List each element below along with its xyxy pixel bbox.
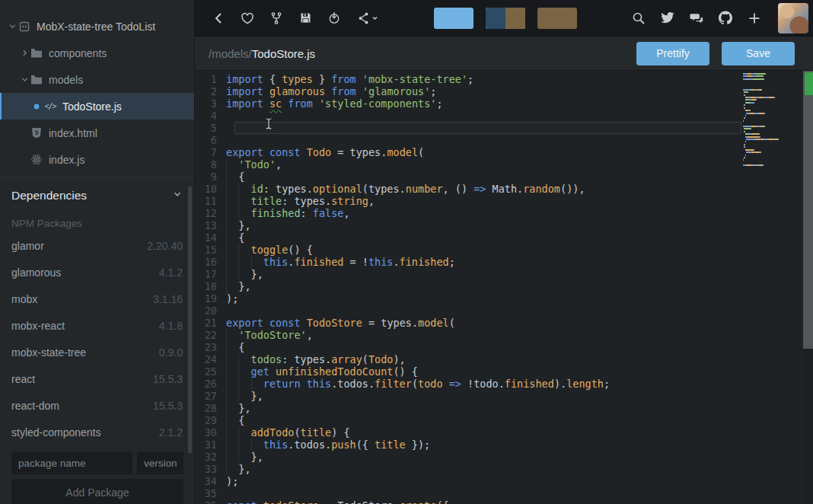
code-line-17[interactable]: 17}, bbox=[195, 268, 813, 280]
github-icon[interactable] bbox=[719, 11, 732, 25]
code-line-18[interactable]: 18}, bbox=[195, 280, 813, 292]
code-line-31[interactable]: 31this.todos.push({ title }); bbox=[195, 439, 813, 451]
code-line-22[interactable]: 22'TodoStore', bbox=[195, 329, 813, 341]
code-line-27[interactable]: 27}, bbox=[195, 390, 813, 402]
line-number: 2 bbox=[195, 85, 226, 97]
code-line-33[interactable]: 33}, bbox=[195, 463, 813, 475]
file-label: index.html bbox=[49, 127, 97, 139]
dependency-list: glamor2.20.40glamorous4.1.2mobx3.1.16mob… bbox=[0, 232, 194, 445]
dependency-row-glamor[interactable]: glamor2.20.40 bbox=[0, 232, 194, 259]
code-line-34[interactable]: 34); bbox=[195, 475, 813, 487]
sidebar-scrollbar-thumb[interactable] bbox=[188, 187, 192, 453]
dependency-row-glamorous[interactable]: glamorous4.1.2 bbox=[0, 259, 194, 285]
code-line-29[interactable]: 29{ bbox=[195, 414, 813, 426]
code-line-36[interactable]: 36const todoStore = TodoStore.create({ bbox=[195, 499, 813, 504]
toolbar-left-group bbox=[195, 11, 387, 25]
code-editor[interactable]: 1import { types } from 'mobx-state-tree'… bbox=[195, 71, 813, 504]
code-line-9[interactable]: 9{ bbox=[195, 171, 813, 183]
share-icon[interactable] bbox=[356, 11, 379, 25]
line-number: 28 bbox=[195, 402, 226, 414]
code-line-10[interactable]: 10id: types.optional(types.number, () =>… bbox=[195, 183, 813, 195]
code-line-23[interactable]: 23{ bbox=[195, 341, 813, 353]
code-line-20[interactable]: 20 bbox=[195, 305, 813, 317]
feedback-chat-icon[interactable] bbox=[690, 11, 703, 25]
dependency-row-mobx-react[interactable]: mobx-react4.1.8 bbox=[0, 312, 194, 339]
code-line-35[interactable]: 35 bbox=[195, 487, 813, 499]
dependency-row-mobx-state-tree[interactable]: mobx-state-tree0.9.0 bbox=[0, 339, 194, 365]
code-line-2[interactable]: 2import glamorous from 'glamorous'; bbox=[195, 85, 813, 97]
preview-view-button[interactable] bbox=[537, 8, 577, 29]
fork-icon[interactable] bbox=[269, 11, 283, 25]
tree-item-index-js[interactable]: index.js bbox=[0, 146, 194, 173]
new-sandbox-plus-icon[interactable] bbox=[748, 11, 761, 25]
project-file-icon bbox=[18, 21, 30, 33]
code-line-19[interactable]: 19); bbox=[195, 292, 813, 305]
code-line-28[interactable]: 28}, bbox=[195, 402, 813, 414]
react-file-icon bbox=[30, 154, 43, 166]
open-file-dot bbox=[30, 100, 43, 113]
code-line-11[interactable]: 11title: types.string, bbox=[195, 195, 813, 207]
version-input[interactable] bbox=[137, 451, 183, 474]
dependency-row-mobx[interactable]: mobx3.1.16 bbox=[0, 285, 194, 312]
file-label: TodoStore.js bbox=[62, 100, 122, 113]
line-number: 10 bbox=[195, 183, 226, 195]
main-area: /models/TodoStore.js Prettify Save 1impo… bbox=[195, 0, 813, 504]
code-lines[interactable]: 1import { types } from 'mobx-state-tree'… bbox=[195, 71, 813, 504]
twitter-icon[interactable] bbox=[661, 11, 674, 25]
package-name-input[interactable] bbox=[11, 451, 132, 474]
code-line-8[interactable]: 8'Todo', bbox=[195, 158, 813, 171]
search-icon[interactable] bbox=[632, 11, 646, 25]
code-line-13[interactable]: 13}, bbox=[195, 219, 813, 231]
tree-item-index-html[interactable]: 5index.html bbox=[0, 120, 194, 146]
code-line-1[interactable]: 1import { types } from 'mobx-state-tree'… bbox=[195, 73, 813, 85]
tree-item-components[interactable]: components bbox=[0, 40, 194, 66]
code-line-7[interactable]: 7export const Todo = types.model( bbox=[195, 146, 813, 158]
line-number: 1 bbox=[195, 73, 226, 85]
html-file-icon: 5 bbox=[30, 127, 43, 139]
code-line-24[interactable]: 24todos: types.array(Todo), bbox=[195, 353, 813, 365]
add-package-button[interactable]: Add Package bbox=[11, 479, 183, 504]
editor-view-button[interactable] bbox=[434, 8, 473, 29]
dependency-row-styled-components[interactable]: styled-components2.1.2 bbox=[0, 419, 194, 445]
dependency-row-react-dom[interactable]: react-dom15.5.3 bbox=[0, 392, 194, 419]
editor-scrollbar-track[interactable] bbox=[803, 71, 813, 504]
line-number: 3 bbox=[195, 97, 226, 110]
save-button[interactable]: Save bbox=[722, 42, 795, 65]
tree-item-models[interactable]: models bbox=[0, 66, 194, 93]
code-line-32[interactable]: 32}, bbox=[195, 451, 813, 463]
tree-item-mobx-state-tree-todolist[interactable]: MobX-state-tree TodoList bbox=[0, 13, 194, 40]
dependency-row-react[interactable]: react15.5.3 bbox=[0, 365, 194, 392]
code-line-6[interactable]: 6 bbox=[195, 134, 813, 146]
dependencies-header[interactable]: Dependencies bbox=[0, 178, 194, 209]
code-line-16[interactable]: 16this.finished = !this.finished; bbox=[195, 256, 813, 268]
line-number: 13 bbox=[195, 219, 226, 231]
line-number: 7 bbox=[195, 146, 226, 158]
like-heart-icon[interactable] bbox=[241, 11, 254, 25]
code-line-5[interactable]: 5 bbox=[195, 122, 813, 134]
code-line-4[interactable]: 4 bbox=[195, 110, 813, 122]
dependency-name: glamorous bbox=[11, 266, 61, 279]
dependency-name: mobx bbox=[11, 293, 37, 305]
code-line-3[interactable]: 3import sc from 'styled-components'; bbox=[195, 97, 813, 110]
code-line-26[interactable]: 26return this.todos.filter(todo => !todo… bbox=[195, 378, 813, 390]
minimap[interactable] bbox=[743, 73, 792, 167]
code-file-icon: </> bbox=[44, 100, 56, 113]
prettify-button[interactable]: Prettify bbox=[636, 42, 709, 65]
code-line-25[interactable]: 25get unfinishedTodoCount() { bbox=[195, 365, 813, 378]
code-line-21[interactable]: 21export const TodoStore = types.model( bbox=[195, 317, 813, 329]
view-mode-buttons bbox=[434, 8, 577, 29]
dependency-version: 15.5.3 bbox=[153, 400, 183, 412]
back-button[interactable] bbox=[212, 11, 225, 25]
save-icon[interactable] bbox=[298, 11, 312, 25]
user-avatar[interactable] bbox=[778, 3, 808, 33]
code-line-12[interactable]: 12finished: false, bbox=[195, 207, 813, 219]
download-icon[interactable] bbox=[327, 11, 341, 25]
dependency-name: react bbox=[11, 373, 35, 385]
code-line-15[interactable]: 15toggle() { bbox=[195, 244, 813, 256]
code-line-30[interactable]: 30addTodo(title) { bbox=[195, 426, 813, 439]
split-view-button[interactable] bbox=[486, 8, 525, 29]
editor-scrollbar-thumb[interactable] bbox=[803, 71, 813, 349]
tree-item-todostore-js[interactable]: </>TodoStore.js bbox=[0, 93, 194, 120]
top-toolbar bbox=[195, 0, 813, 37]
code-line-14[interactable]: 14{ bbox=[195, 231, 813, 244]
